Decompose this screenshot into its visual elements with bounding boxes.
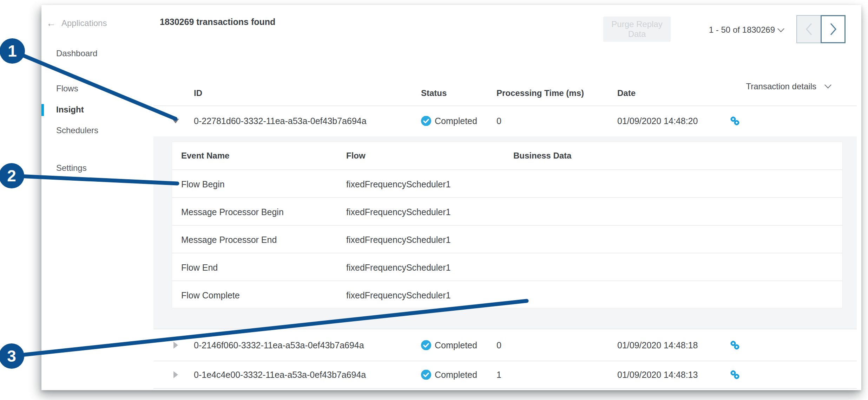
callout-number-3: 3 [7,347,16,365]
transaction-row[interactable]: 0-2146f060-3332-11ea-a53a-0ef43b7a694a C… [145,329,861,361]
chevron-down-icon [824,82,831,89]
transaction-id: 0-2146f060-3332-11ea-a53a-0ef43b7a694a [194,340,364,350]
column-header-processing-time: Processing Time (ms) [497,88,584,98]
completed-check-icon [421,370,431,380]
status-label: Completed [435,116,477,126]
triangle-right-icon [173,371,178,378]
triangle-down-icon [172,119,179,123]
callout-circle-1 [0,38,25,64]
expand-row-button[interactable] [171,370,180,379]
column-header-date: Date [617,88,636,98]
sidebar-item-schedulers[interactable]: Schedulers [56,125,98,135]
event-name: Flow Complete [181,290,240,300]
event-name: Flow End [181,262,218,272]
transaction-row[interactable]: 0-22781d60-3332-11ea-a53a-0ef43b7a694a C… [145,105,861,136]
transaction-details-dropdown[interactable]: Transaction details [746,82,830,91]
main-content: 1830269 transactions found Purge Replay … [145,5,861,390]
transaction-details-label: Transaction details [746,82,816,91]
completed-check-icon [421,116,431,126]
pagination-buttons [796,15,846,43]
callout-number-1: 1 [8,42,17,60]
pagination-range-label: 1 - 50 of 1830269 [709,25,775,34]
events-column-header-flow: Flow [346,151,366,161]
previous-page-button[interactable] [796,15,821,43]
event-name: Message Processor Begin [181,207,284,217]
chevron-right-icon [829,22,837,36]
callout-circle-3 [0,343,24,369]
link-icon[interactable] [729,115,741,127]
processing-time-value: 0 [497,340,501,350]
purge-replay-data-button[interactable]: Purge Replay Data [603,17,671,42]
completed-check-icon [421,340,431,350]
event-row: Message Processor End fixedFrequencySche… [172,226,842,253]
status-badge: Completed [421,340,477,350]
chevron-left-icon [805,22,813,36]
event-row: Message Processor Begin fixedFrequencySc… [172,198,842,226]
date-value: 01/09/2020 14:48:13 [617,370,698,380]
active-nav-indicator [41,104,44,116]
event-flow: fixedFrequencyScheduler1 [346,234,451,245]
status-badge: Completed [421,116,477,126]
pagination-range-dropdown[interactable]: 1 - 50 of 1830269 [672,25,783,35]
event-name: Message Processor End [181,234,277,245]
processing-time-value: 0 [497,116,501,126]
callout-number-2: 2 [7,167,16,185]
page: ← Applications Dashboard Flows Insight S… [0,0,868,400]
link-icon[interactable] [729,339,741,351]
event-flow: fixedFrequencyScheduler1 [346,290,451,300]
status-label: Completed [435,340,477,350]
events-column-header-event-name: Event Name [181,151,229,161]
event-flow: fixedFrequencyScheduler1 [346,179,451,189]
column-header-status: Status [421,88,447,98]
back-arrow-icon: ← [46,19,56,28]
date-value: 01/09/2020 14:48:20 [617,116,698,126]
processing-time-value: 1 [497,370,501,380]
next-page-button[interactable] [821,15,846,43]
callout-circle-2 [0,163,24,188]
transaction-id: 0-22781d60-3332-11ea-a53a-0ef43b7a694a [194,116,367,126]
row-divider [153,388,857,389]
events-table: Event Name Flow Business Data Flow Begin… [172,142,843,308]
link-icon[interactable] [729,369,741,381]
sidebar-item-insight[interactable]: Insight [56,105,84,115]
transaction-id: 0-1e4c4e00-3332-11ea-a53a-0ef43b7a694a [194,370,366,380]
event-row: Flow Complete fixedFrequencyScheduler1 [172,281,842,309]
status-label: Completed [435,370,477,380]
sidebar-item-flows[interactable]: Flows [56,84,78,93]
transaction-row[interactable]: 0-1e4c4e00-3332-11ea-a53a-0ef43b7a694a C… [145,361,861,388]
collapse-row-button[interactable] [171,116,180,125]
sidebar-back-applications[interactable]: ← Applications [46,18,107,28]
expanded-transaction-panel: Event Name Flow Business Data Flow Begin… [153,136,857,329]
chevron-down-icon [777,25,784,32]
sidebar-item-dashboard[interactable]: Dashboard [56,49,97,58]
sidebar-item-settings[interactable]: Settings [56,163,87,173]
expand-row-button[interactable] [171,341,180,350]
sidebar: ← Applications Dashboard Flows Insight S… [41,5,146,390]
triangle-right-icon [173,342,178,349]
event-row: Flow End fixedFrequencyScheduler1 [172,253,842,281]
date-value: 01/09/2020 14:48:18 [617,340,698,350]
transactions-found-title: 1830269 transactions found [160,17,275,27]
event-flow: fixedFrequencyScheduler1 [346,262,451,272]
events-column-header-business-data: Business Data [513,151,571,161]
column-header-id: ID [194,88,202,98]
event-row: Flow Begin fixedFrequencyScheduler1 [172,170,842,198]
event-name: Flow Begin [181,179,225,189]
app-screenshot-frame: ← Applications Dashboard Flows Insight S… [41,5,861,390]
status-badge: Completed [421,370,477,380]
event-flow: fixedFrequencyScheduler1 [346,207,451,217]
sidebar-back-label: Applications [61,18,107,28]
